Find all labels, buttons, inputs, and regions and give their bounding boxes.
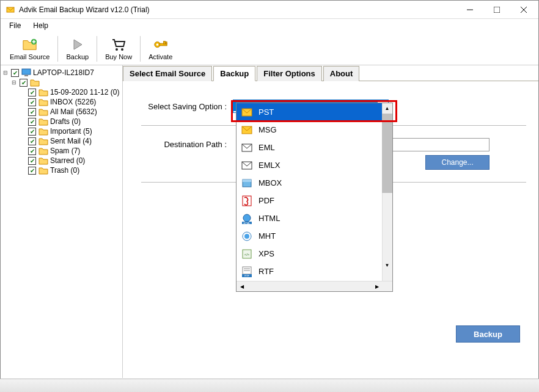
tree-folder[interactable]: ✔All Mail (5632) <box>19 107 121 117</box>
svg-rect-14 <box>24 75 28 76</box>
tree-folder-label: Important (5) <box>50 127 92 136</box>
scroll-up-icon[interactable]: ▲ <box>382 103 392 114</box>
titlebar: Advik Email Backup Wizard v12.0 (Trial) <box>1 1 538 19</box>
tree-folder-label: Sent Mail (4) <box>50 137 92 145</box>
scroll-down-icon[interactable]: ▼ <box>382 260 392 270</box>
checkbox[interactable]: ✔ <box>11 69 19 77</box>
close-button[interactable] <box>510 1 537 18</box>
tree-folder-label: Drafts (0) <box>50 117 81 126</box>
svg-rect-20 <box>243 180 251 182</box>
saving-option-label: Select Saving Option : <box>135 102 233 111</box>
scroll-left-icon[interactable]: ◀ <box>237 281 247 292</box>
checkbox[interactable]: ✔ <box>28 89 36 96</box>
tool-buy-now[interactable]: Buy Now <box>100 34 138 64</box>
tool-label: Email Source <box>10 53 50 60</box>
svg-point-26 <box>244 234 249 239</box>
html-icon: HTML <box>240 212 254 225</box>
tree-folder[interactable]: ✔Spam (7) <box>19 146 121 156</box>
scrollbar-thumb[interactable] <box>382 114 392 193</box>
window-title: Advik Email Backup Wizard v12.0 (Trial) <box>19 5 457 14</box>
maximize-button[interactable] <box>483 1 510 18</box>
backup-button[interactable]: Backup <box>456 325 520 343</box>
folder-add-icon <box>23 37 37 52</box>
svg-text:</>: </> <box>244 253 250 256</box>
tree-folder[interactable]: ✔Trash (0) <box>19 165 121 175</box>
checkbox[interactable]: ✔ <box>28 147 36 155</box>
spacer <box>19 167 26 174</box>
tree-folder[interactable]: ✔INBOX (5226) <box>19 97 121 107</box>
dropdown-item-label: EML <box>258 143 275 152</box>
tree-folder[interactable]: ✔Important (5) <box>19 126 121 136</box>
menu-file[interactable]: File <box>4 20 26 31</box>
tree-root[interactable]: ⊟ ✔ LAPTOP-IL218ID7 <box>2 68 121 78</box>
checkbox[interactable]: ✔ <box>28 137 36 145</box>
tab-about[interactable]: About <box>323 66 360 81</box>
spacer <box>19 147 26 154</box>
eml-icon <box>240 142 254 154</box>
folder-icon <box>38 147 48 155</box>
tab-filter[interactable]: Filter Options <box>257 66 322 81</box>
spacer <box>19 128 26 135</box>
minimize-button[interactable] <box>457 1 483 18</box>
tree-folder-label: Starred (0) <box>50 156 85 165</box>
dropdown-item-msg[interactable]: MSG <box>237 121 392 139</box>
msg-icon <box>240 124 254 136</box>
tool-backup[interactable]: Backup <box>61 34 94 64</box>
rtf-icon: RTF <box>240 266 254 278</box>
saving-option-dropdown[interactable]: PSTMSGEMLEMLXMBOXPDFHTMLHTMLMHT</>XPSRTF… <box>236 103 393 292</box>
tool-activate[interactable]: Activate <box>143 34 178 64</box>
collapse-icon[interactable]: ⊟ <box>10 79 18 86</box>
dropdown-item-emlx[interactable]: EMLX <box>237 156 392 174</box>
tree-folder[interactable]: ✔Starred (0) <box>19 156 121 165</box>
menu-help[interactable]: Help <box>28 20 53 31</box>
dropdown-item-label: MSG <box>258 125 277 134</box>
toolbar: Email Source Backup Buy Now Activate <box>1 32 538 65</box>
menubar: File Help <box>1 19 538 32</box>
checkbox[interactable]: ✔ <box>28 157 36 165</box>
dropdown-item-rtf[interactable]: RTFRTF <box>237 263 392 280</box>
mbox-icon <box>240 177 254 189</box>
tool-email-source[interactable]: Email Source <box>4 34 55 64</box>
tab-select-source[interactable]: Select Email Source <box>123 66 212 81</box>
change-button[interactable]: Change... <box>425 155 490 170</box>
collapse-icon[interactable]: ⊟ <box>2 69 9 76</box>
checkbox[interactable]: ✔ <box>28 98 36 106</box>
svg-rect-13 <box>22 69 31 74</box>
spacer <box>19 157 26 164</box>
svg-point-6 <box>116 48 118 51</box>
svg-text:RTF: RTF <box>244 274 249 277</box>
folder-tree[interactable]: ⊟ ✔ LAPTOP-IL218ID7 ⊟ ✔ ✔15-09-2020 11-1… <box>1 65 123 378</box>
tree-folder[interactable]: ✔15-09-2020 11-12 (0) <box>19 87 121 97</box>
folder-icon <box>38 166 48 175</box>
tool-label: Buy Now <box>105 53 132 60</box>
dropdown-item-xps[interactable]: </>XPS <box>237 245 392 263</box>
mht-icon <box>240 230 254 242</box>
dropdown-item-eml[interactable]: EML <box>237 139 392 156</box>
tree-sub-root[interactable]: ⊟ ✔ <box>10 78 121 87</box>
dropdown-item-html[interactable]: HTMLHTML <box>237 209 392 227</box>
tree-folder-label: 15-09-2020 11-12 (0) <box>50 88 119 96</box>
svg-rect-12 <box>166 42 167 44</box>
scroll-right-icon[interactable]: ▶ <box>372 281 382 292</box>
checkbox[interactable]: ✔ <box>28 167 36 175</box>
emlx-icon <box>240 159 254 172</box>
checkbox[interactable]: ✔ <box>28 128 36 136</box>
dropdown-item-pdf[interactable]: PDF <box>237 192 392 209</box>
dropdown-item-mht[interactable]: MHT <box>237 227 392 245</box>
dropdown-item-mbox[interactable]: MBOX <box>237 174 392 192</box>
folder-icon <box>38 156 48 165</box>
h-scrollbar[interactable]: ◀ ▶ <box>237 281 392 291</box>
dropdown-item-pst[interactable]: PST <box>237 103 392 121</box>
checkbox[interactable]: ✔ <box>28 118 36 126</box>
checkbox[interactable]: ✔ <box>20 79 28 87</box>
dest-path-label: Destination Path : <box>135 138 233 149</box>
folder-icon <box>30 78 40 87</box>
pdf-icon <box>240 195 254 207</box>
tree-folder[interactable]: ✔Drafts (0) <box>19 117 121 126</box>
tab-backup[interactable]: Backup <box>213 66 255 81</box>
spacer <box>19 118 26 125</box>
tree-folder[interactable]: ✔Sent Mail (4) <box>19 136 121 146</box>
tool-label: Activate <box>148 53 172 60</box>
scrollbar-track[interactable]: ▲ ▼ <box>382 103 392 281</box>
checkbox[interactable]: ✔ <box>28 108 36 116</box>
